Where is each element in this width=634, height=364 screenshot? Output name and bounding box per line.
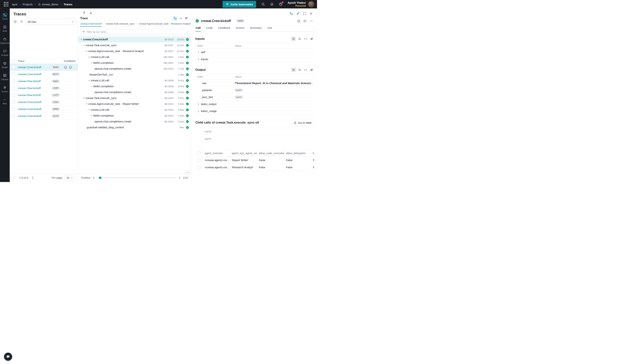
filter-settings-button[interactable] xyxy=(19,19,25,24)
chevron-down-icon[interactable] xyxy=(90,85,93,88)
select-all-checkbox[interactable] xyxy=(12,60,15,63)
output-expand-rows-button[interactable] xyxy=(297,68,302,72)
column-header-trace[interactable]: Trace xyxy=(17,58,62,64)
add-reaction-button[interactable] xyxy=(296,18,301,24)
call-id-badge[interactable]: 9d89 xyxy=(236,19,245,22)
breadcrumb-page[interactable]: Traces xyxy=(64,3,73,6)
prev-page-button[interactable] xyxy=(13,176,16,180)
trace-tree-node[interactable]: crewai.Agent.execute_task - 'Report Writ… xyxy=(78,101,191,107)
row-checkbox[interactable] xyxy=(12,86,15,90)
chevron-down-icon[interactable] xyxy=(88,108,90,111)
chevron-down-icon[interactable] xyxy=(88,56,90,58)
row-checkbox[interactable] xyxy=(12,66,15,69)
trace-tree-node[interactable]: litellm.completion$0.00035.84s xyxy=(78,113,191,118)
tab-use[interactable]: Use xyxy=(267,25,272,32)
trace-name[interactable]: crewai.Crew.kickoff xyxy=(18,66,41,69)
trace-list-row[interactable]: crewai.Flow.kickoffeab1 xyxy=(10,78,78,85)
trace-tree-node[interactable]: litellm.completion<$0.00012.82s xyxy=(78,60,191,66)
prev-call-button[interactable] xyxy=(82,11,86,15)
edit-button[interactable] xyxy=(295,11,300,16)
close-button[interactable] xyxy=(308,11,314,16)
notifications-button[interactable] xyxy=(268,0,275,8)
chevron-down-icon[interactable] xyxy=(88,79,90,82)
comment-button[interactable] xyxy=(302,18,307,24)
timeline-next-button[interactable] xyxy=(178,176,181,179)
tree-toggle-button[interactable] xyxy=(289,11,294,16)
tab-call[interactable]: Call xyxy=(195,25,201,32)
tab-summary[interactable]: Summary xyxy=(250,25,262,32)
path-tab[interactable]: crewai.Crew.kickoff xyxy=(80,21,102,26)
tab-scores[interactable]: Scores xyxy=(235,25,244,32)
code-view-button[interactable] xyxy=(178,16,183,20)
output-hide-values-button[interactable] xyxy=(309,68,314,72)
trace-name[interactable]: crewai.Crew.kickoff xyxy=(18,108,41,110)
trace-tree-node[interactable]: openai.chat.completions.create<$0.00012.… xyxy=(78,66,191,72)
chevron-down-icon[interactable] xyxy=(85,50,88,52)
timeline-slider-handle[interactable] xyxy=(99,177,101,179)
breadcrumb-project[interactable]: crewai_demo xyxy=(38,3,58,6)
tab-feedback[interactable]: Feedback xyxy=(218,25,230,32)
trace-tree-node[interactable]: crewai.LLM.call<$0.00012.82s xyxy=(78,54,191,60)
row-checkbox[interactable] xyxy=(12,114,15,118)
child-table-row[interactable]: <crewai.agents.cre...'Report Writer'Fals… xyxy=(195,157,314,164)
trace-tree-node[interactable]: crewai.Agent.execute_task - 'Research An… xyxy=(78,48,191,54)
next-page-button[interactable] xyxy=(31,176,35,180)
overflow-menu-button[interactable] xyxy=(308,18,314,24)
row-checkbox[interactable] xyxy=(12,100,15,104)
path-tab[interactable]: crewai.Task.execute_sync xyxy=(106,21,135,26)
sidebar-item-models[interactable]: Models xyxy=(0,59,10,71)
chevron-down-icon[interactable] xyxy=(83,44,85,46)
trace-list-row[interactable]: crewai.Crew.kickoff316c xyxy=(10,98,78,106)
next-call-button[interactable] xyxy=(89,11,93,15)
sidebar-item-more[interactable]: More xyxy=(0,95,10,107)
row-checkbox[interactable] xyxy=(12,72,15,76)
column-header[interactable]: agent_executor xyxy=(203,150,230,156)
ops-filter-dropdown[interactable]: All Ops xyxy=(26,19,76,25)
feedback-positive-icon[interactable] xyxy=(64,66,67,69)
trace-tree-node[interactable]: litellm.completion$0.00069.40s xyxy=(78,84,191,89)
trace-tree-node[interactable]: crewai.Crew.kickoff$0.001019.83s xyxy=(78,36,191,42)
breadcrumb-entity[interactable]: ayut xyxy=(12,3,17,6)
trace-list-row[interactable]: crewai.Crew.kickoff657f xyxy=(10,71,78,78)
feedback-negative-icon[interactable] xyxy=(69,66,72,69)
trace-name[interactable]: crewai.Crew.kickoff xyxy=(18,72,41,76)
trace-list-row[interactable]: crewai.Crew.kickoff9d89 xyxy=(10,64,78,71)
trace-tree-node[interactable]: guardrail-validate_blog_content0ms xyxy=(78,124,191,130)
row-checkbox[interactable] xyxy=(12,80,15,83)
chevron-down-icon[interactable] xyxy=(80,38,83,41)
sidebar-item-playground[interactable]: Playground xyxy=(0,34,10,46)
trace-name[interactable]: crewai.Flow.kickoff xyxy=(18,94,41,96)
chevron-down-icon[interactable] xyxy=(85,103,88,105)
tree-view-button[interactable] xyxy=(173,16,178,20)
search-button[interactable] xyxy=(259,0,267,8)
row-checkbox[interactable] xyxy=(197,166,200,169)
path-tab[interactable]: crewai.Agent.execute_task - 'Research An… xyxy=(139,21,191,26)
wandb-logo-icon[interactable] xyxy=(4,2,9,6)
trace-tree-node[interactable]: openai.chat.completions.create$0.00035.8… xyxy=(78,118,191,124)
help-button[interactable] xyxy=(277,0,284,8)
timeline-slider[interactable] xyxy=(97,178,176,178)
chevron-down-icon[interactable] xyxy=(83,97,85,99)
row-checkbox[interactable] xyxy=(12,94,15,96)
timeline-prev-button[interactable] xyxy=(92,176,95,179)
column-header[interactable]: agent_ops_agent_nan xyxy=(230,150,257,156)
sidebar-item-scorers[interactable]: Scorers xyxy=(0,83,10,95)
flame-view-button[interactable] xyxy=(184,16,189,20)
avatar[interactable] xyxy=(308,1,314,8)
inputs-list-view-button[interactable] xyxy=(291,36,296,41)
row-checkbox[interactable] xyxy=(12,108,15,110)
sidebar-item-prompts[interactable]: Prompts xyxy=(0,46,10,59)
column-header-feedback[interactable]: Feedback xyxy=(62,58,78,64)
chevron-right-icon[interactable] xyxy=(197,51,200,54)
fullscreen-button[interactable] xyxy=(302,11,307,16)
column-header[interactable]: allow_delegation xyxy=(284,150,311,156)
trace-name[interactable]: crewai.Flow.kickoff xyxy=(18,86,41,90)
trace-list-row[interactable]: crewai.Flow.kickoffc5ff xyxy=(10,92,78,98)
inputs-code-view-button[interactable] xyxy=(303,36,308,41)
trace-tree-node[interactable]: crewai.LLM.call$0.00035.85s xyxy=(78,107,191,113)
chevron-right-icon[interactable] xyxy=(197,103,200,106)
chevron-down-icon[interactable] xyxy=(90,62,93,64)
trace-list-row[interactable]: crewai.Flow.kickoffc59f xyxy=(10,85,78,92)
output-list-view-button[interactable] xyxy=(291,68,296,72)
trace-tree-node[interactable]: crewai.Task.execute_sync$0.000713.92s xyxy=(78,42,191,48)
